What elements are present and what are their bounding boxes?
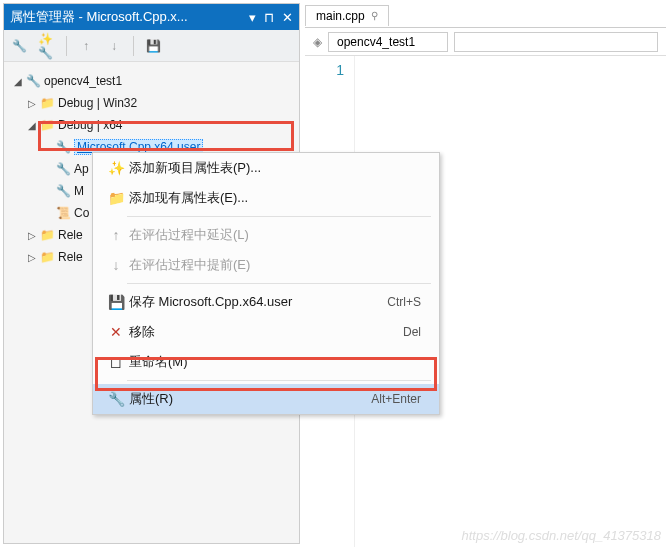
tree-label: Ap	[74, 162, 89, 176]
panel-header: 属性管理器 - Microsoft.Cpp.x... ▾ ⊓ ✕	[4, 4, 299, 30]
context-menu: ✨ 添加新项目属性表(P)... 📁 添加现有属性表(E)... ↑ 在评估过程…	[92, 152, 440, 415]
scope-dropdown[interactable]: opencv4_test1	[328, 32, 448, 52]
menu-label: 在评估过程中提前(E)	[129, 256, 429, 274]
menu-properties[interactable]: 🔧 属性(R) Alt+Enter	[93, 384, 439, 414]
up-arrow-icon: ↑	[103, 227, 129, 243]
toolbar-separator	[66, 36, 67, 56]
scroll-icon: 📜	[54, 206, 72, 220]
tab-strip: main.cpp ⚲	[305, 3, 666, 27]
menu-shortcut: Del	[403, 325, 429, 339]
rename-icon: ◻	[103, 354, 129, 370]
tree-label: M	[74, 184, 84, 198]
new-sheet-icon: ✨	[103, 160, 129, 176]
wrench-icon: 🔧	[54, 162, 72, 176]
menu-label: 保存 Microsoft.Cpp.x64.user	[129, 293, 387, 311]
menu-label: 移除	[129, 323, 403, 341]
menu-add-existing-sheet[interactable]: 📁 添加现有属性表(E)...	[93, 183, 439, 213]
pin-icon[interactable]: ⚲	[371, 10, 378, 21]
module-icon: ◈	[313, 35, 322, 49]
menu-save[interactable]: 💾 保存 Microsoft.Cpp.x64.user Ctrl+S	[93, 287, 439, 317]
tree-root-row[interactable]: ◢ 🔧 opencv4_test1	[8, 70, 295, 92]
save-disk-icon: 💾	[103, 294, 129, 310]
folder-icon: 📁	[38, 96, 56, 110]
down-arrow-icon: ↓	[105, 37, 123, 55]
menu-shortcut: Ctrl+S	[387, 295, 429, 309]
tree-label: Debug | Win32	[58, 96, 137, 110]
tree-label: Rele	[58, 228, 83, 242]
tab-label: main.cpp	[316, 9, 365, 23]
tree-root-label: opencv4_test1	[44, 74, 122, 88]
dropdown-icon[interactable]: ▾	[249, 10, 256, 25]
menu-label: 添加新项目属性表(P)...	[129, 159, 429, 177]
remove-icon: ✕	[103, 324, 129, 340]
member-dropdown[interactable]	[454, 32, 658, 52]
tree-label: Co	[74, 206, 89, 220]
tree-debug-x64-row[interactable]: ◢ 📁 Debug | x64	[8, 114, 295, 136]
menu-rename[interactable]: ◻ 重命名(M)	[93, 347, 439, 377]
watermark: https://blog.csdn.net/qq_41375318	[462, 528, 662, 543]
tree-debug-win32-row[interactable]: ▷ 📁 Debug | Win32	[8, 92, 295, 114]
panel-toolbar: 🔧 ✨🔧 ↑ ↓ 💾	[4, 30, 299, 62]
menu-separator	[127, 380, 431, 381]
tab-main-cpp[interactable]: main.cpp ⚲	[305, 5, 389, 26]
folder-icon: 📁	[38, 118, 56, 132]
new-wrench-icon[interactable]: ✨🔧	[38, 37, 56, 55]
up-arrow-icon: ↑	[77, 37, 95, 55]
close-icon[interactable]: ✕	[282, 10, 293, 25]
menu-separator	[127, 216, 431, 217]
menu-separator	[127, 283, 431, 284]
toolbar-separator-2	[133, 36, 134, 56]
menu-remove[interactable]: ✕ 移除 Del	[93, 317, 439, 347]
menu-label: 添加现有属性表(E)...	[129, 189, 429, 207]
menu-defer: ↑ 在评估过程中延迟(L)	[93, 220, 439, 250]
wrench-icon: 🔧	[103, 391, 129, 407]
wrench-icon[interactable]: 🔧	[10, 37, 28, 55]
menu-shortcut: Alt+Enter	[371, 392, 429, 406]
wrench-icon: 🔧	[54, 184, 72, 198]
menu-label: 属性(R)	[129, 390, 371, 408]
expand-arrow-icon[interactable]: ▷	[26, 230, 38, 241]
expand-arrow-icon[interactable]: ▷	[26, 98, 38, 109]
pin-icon[interactable]: ⊓	[264, 10, 274, 25]
menu-advance: ↓ 在评估过程中提前(E)	[93, 250, 439, 280]
collapse-arrow-icon[interactable]: ◢	[12, 76, 24, 87]
line-number: 1	[305, 62, 344, 78]
collapse-arrow-icon[interactable]: ◢	[26, 120, 38, 131]
folder-icon: 📁	[38, 228, 56, 242]
menu-add-new-sheet[interactable]: ✨ 添加新项目属性表(P)...	[93, 153, 439, 183]
down-arrow-icon: ↓	[103, 257, 129, 273]
wrench-icon: 🔧	[54, 140, 72, 154]
project-icon: 🔧	[24, 74, 42, 88]
editor-nav-bar: ◈ opencv4_test1	[305, 28, 666, 56]
save-disk-icon[interactable]: 💾	[144, 37, 162, 55]
folder-icon: 📁	[38, 250, 56, 264]
panel-title: 属性管理器 - Microsoft.Cpp.x...	[10, 8, 249, 26]
folder-icon: 📁	[103, 190, 129, 206]
menu-label: 重命名(M)	[129, 353, 429, 371]
tree-label: Rele	[58, 250, 83, 264]
menu-label: 在评估过程中延迟(L)	[129, 226, 429, 244]
expand-arrow-icon[interactable]: ▷	[26, 252, 38, 263]
tree-label: Debug | x64	[58, 118, 123, 132]
